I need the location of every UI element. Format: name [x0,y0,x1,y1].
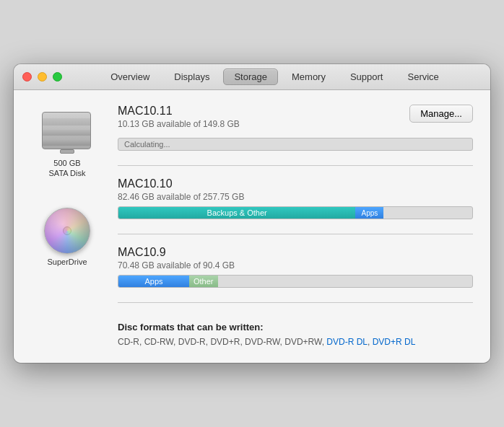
disk-mac1011-header: MAC10.11 10.13 GB available of 149.8 GB … [118,105,473,133]
tab-displays[interactable]: Displays [163,69,220,85]
hdd-icon [42,112,92,155]
tab-support[interactable]: Support [339,69,394,85]
format-dvd-r-dl[interactable]: DVD-R DL [326,337,368,347]
hdd-stripe-1 [43,118,90,126]
segment-apps-109: Apps [118,276,189,287]
maximize-button[interactable] [53,72,62,82]
disk-mac1011-bar: Calculating... [118,138,473,151]
tab-storage[interactable]: Storage [223,69,278,85]
titlebar: Overview Displays Storage Memory Support… [14,64,490,90]
disk-mac1011-space: 10.13 GB available of 149.8 GB [118,119,409,129]
segment-apps-1010: Apps [355,207,383,219]
disc-info-title: Disc formats that can be written: [118,322,473,333]
disk-mac1011-name: MAC10.11 [118,105,409,118]
hdd-device: 500 GB SATA Disk [42,112,92,179]
disk-mac1010-bar: Backups & Other Apps [118,206,473,219]
tab-bar: Overview Displays Storage Memory Support… [68,69,482,85]
hdd-body [42,112,91,149]
disc-info-section: Disc formats that can be written: CD-R, … [118,314,473,348]
close-button[interactable] [22,72,32,82]
disk-mac109: MAC10.9 70.48 GB available of 90.4 GB Ap… [118,246,473,288]
hdd-stripe-3 [43,140,90,146]
tab-service[interactable]: Service [397,69,450,85]
formats-plain-text: CD-R, CD-RW, DVD-R, DVD+R, DVD-RW, DVD+R… [118,337,326,347]
hdd-label: 500 GB SATA Disk [49,158,86,179]
manage-button[interactable]: Manage... [409,105,473,123]
left-panel: 500 GB SATA Disk SuperDrive [31,105,103,348]
content-area: 500 GB SATA Disk SuperDrive MAC10.11 [14,90,490,363]
disk-mac109-space: 70.48 GB available of 90.4 GB [118,260,473,270]
cd-icon [44,208,90,254]
disk-mac109-name: MAC10.9 [118,246,473,259]
hdd-connector [60,149,74,154]
disk-mac1010: MAC10.10 82.46 GB available of 257.75 GB… [118,177,473,219]
hdd-stripe-2 [43,130,90,136]
tab-overview[interactable]: Overview [100,69,160,85]
separator-2 [118,234,473,234]
separator-3 [118,302,473,303]
tab-memory[interactable]: Memory [281,69,336,85]
disk-mac1011-text: MAC10.11 10.13 GB available of 149.8 GB [118,105,409,133]
superdrive-device: SuperDrive [44,208,90,267]
superdrive-label: SuperDrive [47,257,87,267]
right-panel: MAC10.11 10.13 GB available of 149.8 GB … [118,105,473,348]
disk-mac1010-name: MAC10.10 [118,177,473,190]
disk-mac1010-space: 82.46 GB available of 257.75 GB [118,192,473,202]
segment-other-109: Other [189,276,218,287]
disk-mac109-bar: Apps Other [118,275,473,288]
main-window: Overview Displays Storage Memory Support… [14,64,490,363]
separator-1 [118,165,473,166]
calculating-text: Calculating... [118,138,472,150]
segment-backups-other: Backups & Other [118,207,355,219]
cd-rainbow [45,208,90,253]
format-dvd-r-dl2[interactable]: DVD+R DL [373,337,416,347]
minimize-button[interactable] [38,72,47,82]
disk-mac1011: MAC10.11 10.13 GB available of 149.8 GB … [118,105,473,151]
disc-formats: CD-R, CD-RW, DVD-R, DVD+R, DVD-RW, DVD+R… [118,335,473,348]
